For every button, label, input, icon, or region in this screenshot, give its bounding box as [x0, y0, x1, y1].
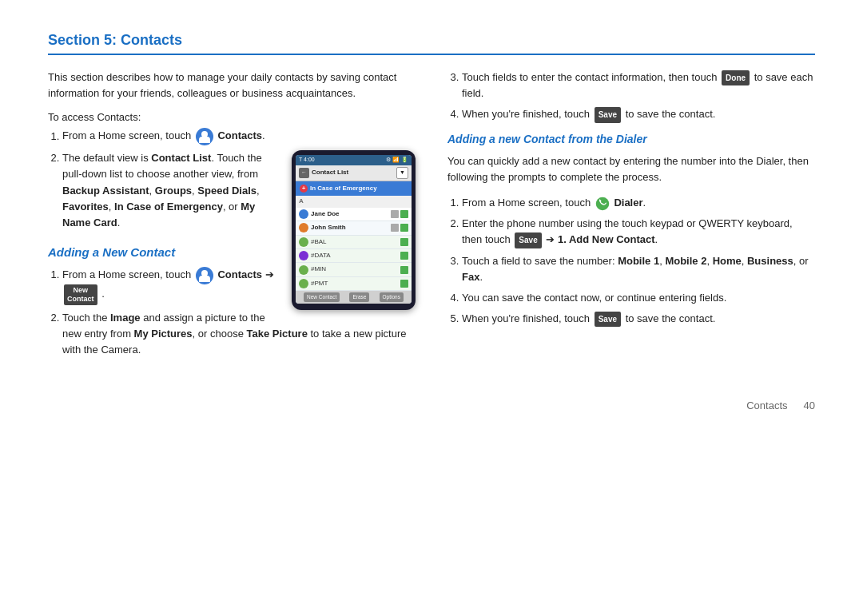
fax-bold: Fax	[462, 271, 479, 283]
mobile2-bold: Mobile 2	[665, 255, 706, 267]
save-button-step4[interactable]: Save	[595, 107, 621, 123]
call-icon	[400, 210, 408, 218]
dialer-steps-list: From a Home screen, touch Dialer. Enter …	[462, 195, 815, 327]
phone-header: ← Contact List ▼	[296, 165, 412, 181]
contacts-icon-step1	[196, 267, 213, 284]
contact-avatar-jane	[299, 209, 308, 219]
hash-name-bal: #BAL	[311, 237, 398, 247]
right-step-3: Touch fields to enter the contact inform…	[462, 70, 815, 101]
access-label: To access Contacts:	[48, 111, 416, 123]
dialer-step-4: You can save the contact now, or continu…	[462, 290, 815, 306]
phone-mockup-wrap: T 4:00 ⚙ 📶 🔋 ← Contact List ▼	[292, 150, 416, 310]
done-button[interactable]: Done	[722, 70, 750, 86]
step2-bold1: Contact List	[151, 152, 211, 164]
dialer-step4-text: You can save the contact now, or continu…	[462, 292, 726, 304]
access-step-2: T 4:00 ⚙ 📶 🔋 ← Contact List ▼	[62, 150, 416, 231]
hash-icon-min	[299, 265, 308, 275]
step1-text: From a Home screen, touch	[62, 130, 191, 142]
take-picture-bold: Take Picture	[247, 328, 308, 340]
message-icon	[391, 210, 399, 218]
hash-row-bal[interactable]: #BAL	[296, 236, 412, 249]
footer-label: Contacts	[746, 399, 787, 411]
section-title: Section 5: Contacts	[48, 32, 815, 55]
step3-text: Touch fields to enter the contact inform…	[462, 71, 717, 83]
dialer-step3-text: Touch a field to save the number: Mobile…	[462, 255, 809, 283]
hash-name-data: #DATA	[311, 251, 398, 260]
right-column: Touch fields to enter the contact inform…	[447, 70, 815, 368]
step2-bold2: Backup Assistant	[62, 185, 149, 197]
step4-text: When you're finished, touch	[462, 108, 590, 120]
contact-row-jane[interactable]: Jane Doe	[296, 208, 412, 221]
adding-period: .	[101, 288, 105, 300]
save-button-dialer[interactable]: Save	[515, 232, 541, 248]
step2-bold5: Favorites	[62, 201, 109, 213]
footer-page: 40	[804, 399, 815, 411]
emergency-icon: +	[300, 185, 308, 193]
hash-name-min: #MIN	[311, 264, 398, 274]
access-step-1: From a Home screen, touch Contacts.	[62, 128, 416, 145]
emergency-label: In Case of Emergency	[310, 184, 377, 193]
phone-emergency-row[interactable]: + In Case of Emergency	[296, 181, 412, 196]
step2-bold4: Speed Dials	[197, 185, 257, 197]
save-button-final[interactable]: Save	[595, 312, 621, 328]
home-bold: Home	[713, 255, 742, 267]
hash-call-bal	[400, 238, 408, 246]
contact-name-john: John Smith	[311, 223, 388, 232]
intro-text: This section describes how to manage you…	[48, 70, 416, 101]
contact-name-jane: Jane Doe	[311, 209, 388, 219]
dialer-bold: Dialer	[614, 197, 642, 209]
image-bold: Image	[110, 312, 141, 324]
contact-icons-john	[391, 224, 408, 232]
step2-text: The default view is Contact List. Touch …	[62, 152, 262, 229]
business-bold: Business	[747, 255, 793, 267]
contact-row-john[interactable]: John Smith	[296, 221, 412, 235]
hash-call-data	[400, 252, 408, 260]
contact-icons-jane	[391, 210, 408, 218]
phone-status-bar: T 4:00 ⚙ 📶 🔋	[296, 155, 412, 165]
step2-bold3: Groups	[155, 185, 192, 197]
dialer-arrow: ➔	[546, 233, 558, 245]
adding-contacts-label: Contacts	[217, 268, 262, 280]
phone-status-right: ⚙ 📶 🔋	[386, 156, 408, 165]
phone-erase-btn[interactable]: Erase	[349, 292, 369, 302]
phone-status-left: T 4:00	[299, 156, 315, 165]
access-steps-list: From a Home screen, touch Contacts. T 4:…	[62, 128, 416, 231]
adding-step1-text: From a Home screen, touch	[62, 268, 191, 280]
page-footer: Contacts 40	[48, 399, 815, 411]
hash-row-data[interactable]: #DATA	[296, 249, 412, 263]
dialer-step5-text: When you're finished, touch	[462, 312, 590, 324]
contact-letter: A	[296, 196, 412, 207]
hash-name-pmt: #PMT	[311, 279, 398, 288]
dialer-svg-icon	[595, 197, 610, 211]
hash-icon-pmt	[299, 279, 308, 288]
dialer-icon	[594, 197, 614, 209]
call-icon-john	[400, 224, 408, 232]
phone-new-contact-btn[interactable]: New Contact	[304, 292, 340, 302]
hash-icon-data	[299, 251, 308, 260]
hash-row-pmt[interactable]: #PMT	[296, 277, 412, 291]
right-step-4: When you're finished, touch Save to save…	[462, 106, 815, 122]
phone-header-title: Contact List	[312, 168, 394, 177]
phone-screen: T 4:00 ⚙ 📶 🔋 ← Contact List ▼	[296, 155, 412, 304]
hash-row-min[interactable]: #MIN	[296, 263, 412, 276]
dialer-step-1: From a Home screen, touch Dialer.	[462, 195, 815, 211]
dialer-step2-bold: 1. Add New Contact	[558, 233, 655, 245]
adding-step2-text: Touch the Image and assign a picture to …	[62, 312, 406, 356]
dialer-intro: You can quickly add a new contact by ent…	[447, 153, 815, 185]
step2-content: The default view is Contact List. Touch …	[62, 150, 277, 231]
phone-options-btn[interactable]: Options	[380, 292, 404, 302]
contact-avatar-john	[299, 223, 308, 232]
dialer-step-2: Enter the phone number using the touch k…	[462, 216, 815, 248]
step2-bold6: In Case of Emergency	[114, 201, 223, 213]
hash-call-min	[400, 266, 408, 274]
new-contact-button[interactable]: NewContact	[64, 284, 97, 305]
left-column: This section describes how to manage you…	[48, 70, 416, 368]
dialer-section-title: Adding a new Contact from the Dialer	[447, 133, 815, 145]
mobile1-bold: Mobile 1	[618, 255, 659, 267]
phone-mockup: T 4:00 ⚙ 📶 🔋 ← Contact List ▼	[292, 150, 416, 310]
phone-back-button[interactable]: ←	[299, 168, 309, 178]
dialer-step-5: When you're finished, touch Save to save…	[462, 311, 815, 327]
message-icon-john	[391, 224, 399, 232]
step1-bold: Contacts	[217, 130, 262, 142]
phone-dropdown[interactable]: ▼	[396, 167, 408, 179]
